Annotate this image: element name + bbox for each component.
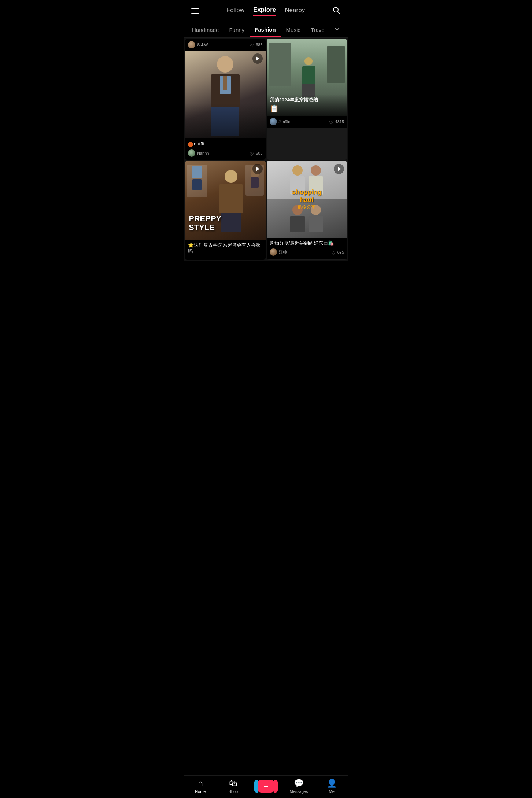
author-name-wang: 汪帅 xyxy=(279,250,287,255)
street-caption-overlay: 我的2024年度穿搭总结 📋 xyxy=(267,94,347,116)
card-meta-shopping: 汪帅 875 xyxy=(270,248,344,256)
home-label: Home xyxy=(195,789,206,794)
preppy-line2: STYLE xyxy=(189,223,221,232)
shop-icon: 🛍 xyxy=(229,779,237,788)
like-count-shopping: 875 xyxy=(337,250,344,254)
categories-more-icon[interactable] xyxy=(331,22,343,37)
shop-label: Shop xyxy=(229,789,238,794)
cat-handmade[interactable]: Handmade xyxy=(187,23,224,37)
haul-text-overlay: shopping haul 购物分享 xyxy=(287,188,327,210)
nav-tabs: Follow Explore Nearby xyxy=(226,6,305,16)
nav-shop[interactable]: 🛍 Shop xyxy=(217,779,250,794)
nav-me[interactable]: 👤 Me xyxy=(315,779,348,794)
like-section-street: 4315 xyxy=(329,119,344,124)
feed-card-preppy[interactable]: PREPPY STYLE ⭐这种复古学院风穿搭会有人喜欢吗 xyxy=(185,161,266,260)
card-meta-outfit: Nannn 606 xyxy=(188,149,263,157)
card-title-outfit: outfit xyxy=(188,141,263,147)
feed-grid: S.J.W 685 xyxy=(184,38,348,261)
svg-line-1 xyxy=(337,12,340,14)
tab-explore[interactable]: Explore xyxy=(253,6,276,16)
feed-card-outfit[interactable]: S.J.W 685 xyxy=(185,39,266,160)
cat-fashion[interactable]: Fashion xyxy=(250,23,281,37)
street-caption-text: 我的2024年度穿搭总结 xyxy=(270,97,344,103)
avatar-wang xyxy=(270,248,277,256)
category-tabs: Handmade Funny Fashion Music Travel xyxy=(184,22,348,38)
menu-icon[interactable] xyxy=(190,7,201,15)
heart-icon-street xyxy=(329,119,334,124)
card-image-street: 我的2024年度穿搭总结 📋 xyxy=(267,39,347,116)
play-button-shopping[interactable] xyxy=(334,164,344,174)
card-author-nannn: Nannn xyxy=(188,149,209,157)
top-nav: Follow Explore Nearby xyxy=(184,0,348,22)
home-icon: ⌂ xyxy=(198,779,203,788)
card-image-preppy: PREPPY STYLE xyxy=(185,161,266,240)
card-author-wang: 汪帅 xyxy=(270,248,287,256)
feed-wrapper: S.J.W 685 xyxy=(184,38,348,287)
tab-follow[interactable]: Follow xyxy=(226,7,244,15)
play-button-preppy[interactable] xyxy=(252,164,263,174)
me-label: Me xyxy=(329,789,335,794)
haul-main-text: shopping haul xyxy=(287,188,327,204)
avatar-nannn xyxy=(188,149,195,157)
heart-icon-outfit xyxy=(250,151,255,156)
preppy-text-overlay: PREPPY STYLE xyxy=(189,214,221,232)
heart-icon xyxy=(250,42,255,47)
bottom-nav: ⌂ Home 🛍 Shop + 💬 Messages 👤 Me xyxy=(184,775,348,798)
author-name-sjw: S.J.W xyxy=(197,43,208,47)
card-title-shopping: 购物分享/最近买到的好东西🛍️ xyxy=(270,240,344,247)
heart-icon-shopping xyxy=(331,250,336,255)
card-author-jim: Jim9ie- xyxy=(270,118,292,125)
card-author-sjw: S.J.W xyxy=(188,41,208,48)
card-image-shopping: shopping haul 购物分享 xyxy=(267,161,347,238)
card-title-preppy: ⭐这种复古学院风穿搭会有人喜欢吗 xyxy=(188,242,263,255)
author-name-jim: Jim9ie- xyxy=(279,119,292,124)
cat-travel[interactable]: Travel xyxy=(306,23,331,37)
messages-icon: 💬 xyxy=(294,779,304,788)
like-section-shopping: 875 xyxy=(331,250,344,255)
like-section-header: 685 xyxy=(250,42,262,47)
nav-home[interactable]: ⌂ Home xyxy=(184,779,217,794)
messages-label: Messages xyxy=(290,789,308,794)
like-count-street: 4315 xyxy=(335,119,344,124)
card-image-outfit xyxy=(185,51,266,138)
avatar-jim xyxy=(270,118,277,125)
preppy-line1: PREPPY xyxy=(189,214,221,223)
me-icon: 👤 xyxy=(327,779,337,788)
card-info-street: Jim9ie- 4315 xyxy=(267,116,347,128)
like-section-outfit: 606 xyxy=(250,151,262,156)
add-button[interactable]: + xyxy=(257,780,275,793)
author-name-nannn: Nannn xyxy=(197,151,209,155)
nav-messages[interactable]: 💬 Messages xyxy=(282,779,315,794)
avatar-sjw xyxy=(188,41,195,48)
cat-music[interactable]: Music xyxy=(281,23,306,37)
card-meta-street: Jim9ie- 4315 xyxy=(270,118,344,125)
like-count-sjw: 685 xyxy=(256,43,262,47)
search-icon[interactable] xyxy=(330,4,342,18)
card-info-shopping: 购物分享/最近买到的好东西🛍️ 汪帅 875 xyxy=(267,238,347,259)
orange-dot xyxy=(188,142,193,147)
card-info-outfit: outfit Nannn 606 xyxy=(185,138,266,160)
tab-nearby[interactable]: Nearby xyxy=(285,7,305,15)
cat-funny[interactable]: Funny xyxy=(224,23,250,37)
feed-card-street[interactable]: 我的2024年度穿搭总结 📋 Jim9ie- 4315 xyxy=(267,39,347,160)
feed-card-shopping[interactable]: shopping haul 购物分享 购物分享/最近买到的好东西🛍️ 汪帅 87… xyxy=(267,161,347,260)
play-button-outfit[interactable] xyxy=(252,53,263,64)
nav-add[interactable]: + xyxy=(250,780,282,793)
haul-sub-text: 购物分享 xyxy=(287,204,327,210)
card-info-preppy: ⭐这种复古学院风穿搭会有人喜欢吗 xyxy=(185,240,266,260)
card-header-sjw: S.J.W 685 xyxy=(185,39,266,51)
like-count-outfit: 606 xyxy=(256,151,262,155)
